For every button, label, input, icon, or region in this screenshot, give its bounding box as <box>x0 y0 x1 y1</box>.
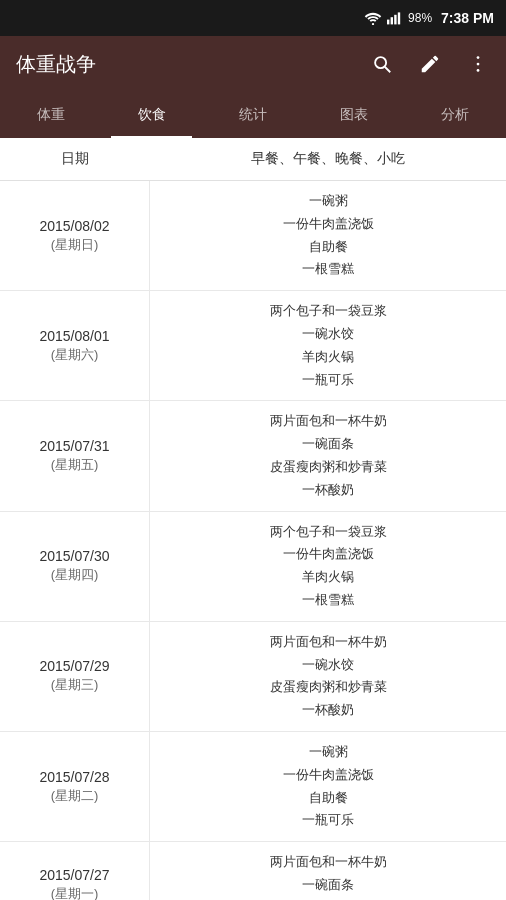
tab-diet[interactable]: 饮食 <box>101 92 202 138</box>
meal-item: 一份牛肉盖浇饭 <box>283 765 374 786</box>
date-value: 2015/07/30 <box>39 548 109 564</box>
meals-cell: 一碗粥一份牛肉盖浇饭自助餐一瓶可乐 <box>150 732 506 841</box>
weekday-label: (星期二) <box>51 787 99 805</box>
date-value: 2015/07/28 <box>39 769 109 785</box>
meal-item: 一杯酸奶 <box>302 700 354 721</box>
meal-item: 皮蛋瘦肉粥和炒青菜 <box>270 677 387 698</box>
meals-cell: 两片面包和一杯牛奶一碗面条皮蛋瘦肉粥和炒青菜一杯酸奶 <box>150 401 506 510</box>
meal-item: 两片面包和一杯牛奶 <box>270 852 387 873</box>
date-cell: 2015/07/27(星期一) <box>0 842 150 900</box>
meal-item: 一杯酸奶 <box>302 480 354 501</box>
tab-bar: 体重 饮食 统计 图表 分析 <box>0 92 506 138</box>
edit-button[interactable] <box>410 44 450 84</box>
date-cell: 2015/08/02(星期日) <box>0 181 150 290</box>
svg-line-6 <box>385 67 391 73</box>
date-value: 2015/07/31 <box>39 438 109 454</box>
app-title: 体重战争 <box>8 51 362 78</box>
date-cell: 2015/07/31(星期五) <box>0 401 150 510</box>
meal-item: 一碗面条 <box>302 434 354 455</box>
svg-rect-3 <box>394 15 396 25</box>
search-icon <box>371 53 393 75</box>
date-cell: 2015/08/01(星期六) <box>0 291 150 400</box>
meal-item: 一瓶可乐 <box>302 370 354 391</box>
meal-item: 一根雪糕 <box>302 590 354 611</box>
date-value: 2015/08/01 <box>39 328 109 344</box>
svg-point-5 <box>375 57 386 68</box>
table-row: 2015/07/30(星期四)两个包子和一袋豆浆一份牛肉盖浇饭羊肉火锅一根雪糕 <box>0 512 506 622</box>
battery-indicator: 98% <box>408 11 432 25</box>
date-cell: 2015/07/28(星期二) <box>0 732 150 841</box>
meal-item: 一碗水饺 <box>302 655 354 676</box>
meal-item: 皮蛋瘦肉粥和炒青菜 <box>270 457 387 478</box>
table-row: 2015/07/28(星期二)一碗粥一份牛肉盖浇饭自助餐一瓶可乐 <box>0 732 506 842</box>
meal-item: 自助餐 <box>309 788 348 809</box>
meals-cell: 两个包子和一袋豆浆一份牛肉盖浇饭羊肉火锅一根雪糕 <box>150 512 506 621</box>
meal-item: 羊肉火锅 <box>302 347 354 368</box>
tab-stats[interactable]: 统计 <box>202 92 303 138</box>
meal-item: 一碗粥 <box>309 742 348 763</box>
meal-item: 一碗粥 <box>309 191 348 212</box>
weekday-label: (星期五) <box>51 456 99 474</box>
svg-point-7 <box>477 56 480 59</box>
meal-item: 两片面包和一杯牛奶 <box>270 411 387 432</box>
weekday-label: (星期三) <box>51 676 99 694</box>
weekday-label: (星期六) <box>51 346 99 364</box>
meal-item: 两片面包和一杯牛奶 <box>270 632 387 653</box>
date-value: 2015/08/02 <box>39 218 109 234</box>
more-button[interactable] <box>458 44 498 84</box>
meal-item: 一碗水饺 <box>302 324 354 345</box>
weekday-label: (星期日) <box>51 236 99 254</box>
date-cell: 2015/07/30(星期四) <box>0 512 150 621</box>
date-value: 2015/07/27 <box>39 867 109 883</box>
status-icons: 98% 7:38 PM <box>364 10 494 26</box>
meal-item: 一瓶可乐 <box>302 810 354 831</box>
meal-item: 一份牛肉盖浇饭 <box>283 544 374 565</box>
table-header: 日期 早餐、午餐、晚餐、小吃 <box>0 138 506 181</box>
rows-container: 2015/08/02(星期日)一碗粥一份牛肉盖浇饭自助餐一根雪糕2015/08/… <box>0 181 506 900</box>
table-row: 2015/07/31(星期五)两片面包和一杯牛奶一碗面条皮蛋瘦肉粥和炒青菜一杯酸… <box>0 401 506 511</box>
pencil-icon <box>419 53 441 75</box>
content-area: 日期 早餐、午餐、晚餐、小吃 2015/08/02(星期日)一碗粥一份牛肉盖浇饭… <box>0 138 506 900</box>
svg-point-0 <box>372 23 374 25</box>
app-bar-actions <box>362 44 498 84</box>
meal-item: 羊肉火锅 <box>302 567 354 588</box>
weekday-label: (星期四) <box>51 566 99 584</box>
search-button[interactable] <box>362 44 402 84</box>
date-cell: 2015/07/29(星期三) <box>0 622 150 731</box>
meals-cell: 两个包子和一袋豆浆一碗水饺羊肉火锅一瓶可乐 <box>150 291 506 400</box>
meals-cell: 两片面包和一杯牛奶一碗水饺皮蛋瘦肉粥和炒青菜一杯酸奶 <box>150 622 506 731</box>
more-icon <box>467 53 489 75</box>
signal-icon <box>387 11 403 25</box>
table-row: 2015/08/02(星期日)一碗粥一份牛肉盖浇饭自助餐一根雪糕 <box>0 181 506 291</box>
tab-weight[interactable]: 体重 <box>0 92 101 138</box>
svg-rect-2 <box>391 17 393 24</box>
meal-item: 两个包子和一袋豆浆 <box>270 522 387 543</box>
meal-item: 一根雪糕 <box>302 259 354 280</box>
meals-cell: 一碗粥一份牛肉盖浇饭自助餐一根雪糕 <box>150 181 506 290</box>
table-row: 2015/07/27(星期一)两片面包和一杯牛奶一碗面条羊肉火锅 <box>0 842 506 900</box>
weekday-label: (星期一) <box>51 885 99 900</box>
tab-chart[interactable]: 图表 <box>304 92 405 138</box>
status-time: 7:38 PM <box>441 10 494 26</box>
wifi-icon <box>364 11 382 25</box>
meal-item: 一碗面条 <box>302 875 354 896</box>
svg-point-8 <box>477 63 480 66</box>
status-bar: 98% 7:38 PM <box>0 0 506 36</box>
meal-item: 两个包子和一袋豆浆 <box>270 301 387 322</box>
date-column-header: 日期 <box>0 150 150 168</box>
meals-column-header: 早餐、午餐、晚餐、小吃 <box>150 150 506 168</box>
tab-analysis[interactable]: 分析 <box>405 92 506 138</box>
meals-cell: 两片面包和一杯牛奶一碗面条羊肉火锅 <box>150 842 506 900</box>
table-row: 2015/08/01(星期六)两个包子和一袋豆浆一碗水饺羊肉火锅一瓶可乐 <box>0 291 506 401</box>
svg-point-9 <box>477 69 480 72</box>
meal-item: 自助餐 <box>309 237 348 258</box>
svg-rect-1 <box>387 20 389 25</box>
app-bar: 体重战争 <box>0 36 506 92</box>
date-value: 2015/07/29 <box>39 658 109 674</box>
meal-item: 一份牛肉盖浇饭 <box>283 214 374 235</box>
svg-rect-4 <box>398 12 400 24</box>
table-row: 2015/07/29(星期三)两片面包和一杯牛奶一碗水饺皮蛋瘦肉粥和炒青菜一杯酸… <box>0 622 506 732</box>
